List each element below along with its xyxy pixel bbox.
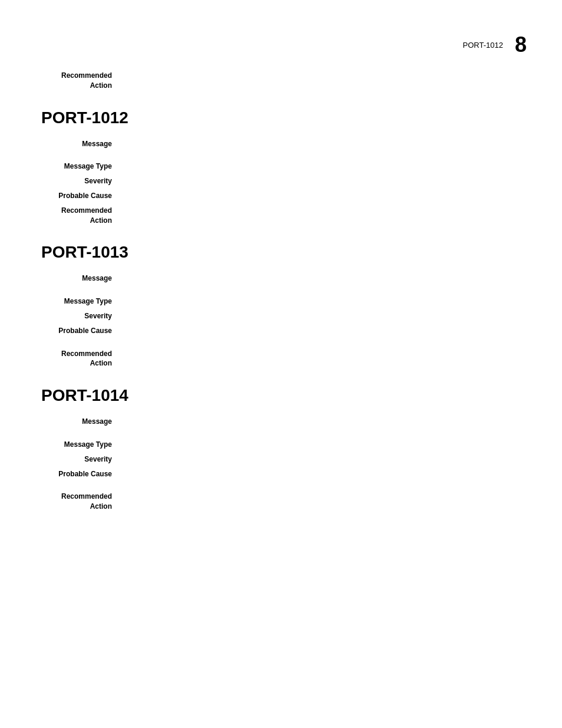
message-type-label-1012: Message Type — [41, 162, 118, 172]
message-value-1013 — [118, 274, 515, 284]
message-type-row-1014: Message Type — [41, 440, 515, 450]
probable-cause-row-1013: Probable Cause — [41, 326, 515, 336]
section-PORT-1013: PORT-1013 Message Message Type Severity … — [41, 243, 515, 368]
severity-value-1014 — [118, 454, 515, 465]
severity-value-1013 — [118, 311, 515, 321]
message-label-1014: Message — [41, 417, 118, 427]
header-page-number: 8 — [515, 32, 527, 57]
prev-recommended-action-label: RecommendedAction — [41, 71, 118, 91]
section-title-PORT-1013: PORT-1013 — [41, 243, 515, 262]
probable-cause-row-1012: Probable Cause — [41, 191, 515, 201]
message-type-row-1013: Message Type — [41, 297, 515, 307]
recommended-action-row-1013: RecommendedAction — [41, 349, 515, 369]
prev-recommended-action-value — [118, 71, 515, 91]
message-row-1014: Message — [41, 417, 515, 427]
recommended-action-row-1014: RecommendedAction — [41, 492, 515, 512]
page-header: PORT-1012 8 — [463, 32, 527, 57]
prev-section-tail: RecommendedAction — [41, 71, 515, 91]
probable-cause-label-1013: Probable Cause — [41, 326, 118, 336]
message-label-1012: Message — [41, 139, 118, 149]
header-code: PORT-1012 — [463, 41, 503, 50]
message-value-1014 — [118, 417, 515, 427]
message-type-label-1013: Message Type — [41, 297, 118, 307]
message-label-1013: Message — [41, 274, 118, 284]
recommended-action-value-1014 — [118, 492, 515, 512]
message-type-label-1014: Message Type — [41, 440, 118, 450]
probable-cause-label-1012: Probable Cause — [41, 191, 118, 201]
page-content: RecommendedAction PORT-1012 Message Mess… — [0, 0, 562, 512]
probable-cause-row-1014: Probable Cause — [41, 469, 515, 479]
section-title-PORT-1012: PORT-1012 — [41, 108, 515, 127]
severity-label-1012: Severity — [41, 176, 118, 186]
probable-cause-value-1013 — [118, 326, 515, 336]
section-PORT-1012: PORT-1012 Message Message Type Severity … — [41, 108, 515, 226]
message-row-1013: Message — [41, 274, 515, 284]
message-type-value-1013 — [118, 297, 515, 307]
message-type-value-1014 — [118, 440, 515, 450]
probable-cause-value-1014 — [118, 469, 515, 479]
probable-cause-label-1014: Probable Cause — [41, 469, 118, 479]
recommended-action-label-1014: RecommendedAction — [41, 492, 118, 512]
message-row-1012: Message — [41, 139, 515, 149]
message-value-1012 — [118, 139, 515, 149]
message-type-row-1012: Message Type — [41, 162, 515, 172]
severity-label-1014: Severity — [41, 454, 118, 465]
section-title-PORT-1014: PORT-1014 — [41, 386, 515, 405]
recommended-action-label-1013: RecommendedAction — [41, 349, 118, 369]
recommended-action-value-1013 — [118, 349, 515, 369]
recommended-action-value-1012 — [118, 206, 515, 226]
severity-value-1012 — [118, 176, 515, 186]
severity-row-1012: Severity — [41, 176, 515, 186]
message-type-value-1012 — [118, 162, 515, 172]
probable-cause-value-1012 — [118, 191, 515, 201]
recommended-action-label-1012: RecommendedAction — [41, 206, 118, 226]
section-PORT-1014: PORT-1014 Message Message Type Severity … — [41, 386, 515, 512]
prev-recommended-action-row: RecommendedAction — [41, 71, 515, 91]
severity-row-1013: Severity — [41, 311, 515, 321]
severity-label-1013: Severity — [41, 311, 118, 321]
recommended-action-row-1012: RecommendedAction — [41, 206, 515, 226]
severity-row-1014: Severity — [41, 454, 515, 465]
